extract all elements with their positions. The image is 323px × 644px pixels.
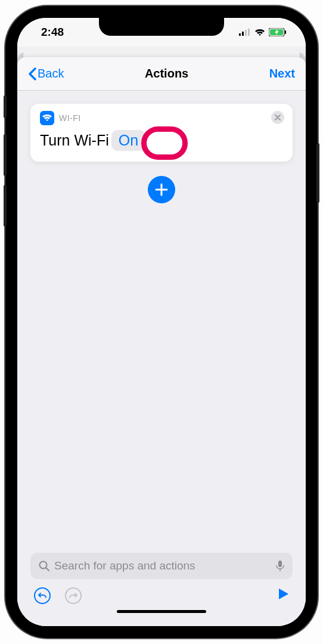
wifi-icon (40, 111, 54, 125)
wifi-state-parameter[interactable]: On (111, 130, 145, 151)
battery-icon (269, 28, 287, 36)
status-icons (239, 28, 287, 36)
content-area: WI-FI Turn Wi-Fi On (17, 91, 306, 553)
nav-bar: Back Actions Next (17, 57, 306, 91)
search-placeholder: Search for apps and actions (54, 559, 271, 572)
side-power-button (316, 143, 319, 203)
modal-backdrop: Back Actions Next WI-FI (17, 52, 306, 626)
search-input[interactable]: Search for apps and actions (30, 553, 293, 579)
wifi-action-card[interactable]: WI-FI Turn Wi-Fi On (30, 104, 293, 162)
close-icon (275, 114, 281, 120)
screen: 2:48 Back Actions (17, 18, 306, 626)
run-button[interactable] (278, 588, 289, 603)
undo-icon (38, 592, 46, 600)
microphone-icon[interactable] (276, 560, 284, 572)
side-silence-switch (4, 95, 7, 118)
actions-sheet: Back Actions Next WI-FI (17, 57, 306, 626)
add-action-button[interactable] (148, 176, 175, 203)
side-volume-down (4, 185, 7, 227)
wifi-status-icon (254, 29, 265, 36)
action-text: Turn Wi-Fi On (40, 130, 283, 151)
svg-rect-0 (239, 33, 241, 36)
svg-line-8 (46, 568, 49, 571)
status-time: 2:48 (41, 26, 64, 39)
bottom-area: Search for apps and actions (17, 553, 306, 626)
back-button[interactable]: Back (28, 67, 64, 80)
remove-action-button[interactable] (271, 111, 284, 124)
plus-icon (155, 183, 168, 196)
svg-rect-2 (245, 30, 247, 36)
svg-rect-3 (248, 29, 250, 36)
search-icon (39, 561, 49, 571)
undo-button[interactable] (34, 587, 51, 604)
svg-rect-1 (242, 32, 244, 36)
home-indicator[interactable] (117, 610, 206, 613)
notch (99, 18, 224, 36)
side-volume-up (4, 134, 7, 176)
redo-icon (69, 592, 77, 600)
phone-frame: 2:48 Back Actions (5, 6, 318, 638)
action-category-label: WI-FI (59, 113, 81, 123)
play-icon (278, 588, 289, 600)
chevron-left-icon (28, 67, 36, 80)
page-title: Actions (145, 67, 188, 80)
svg-rect-9 (278, 561, 282, 567)
action-prefix: Turn Wi-Fi (40, 132, 109, 149)
toolbar (30, 579, 293, 604)
next-button[interactable]: Next (269, 67, 295, 80)
redo-button (65, 587, 82, 604)
svg-rect-6 (285, 30, 286, 34)
cellular-icon (239, 29, 251, 36)
back-label: Back (38, 67, 64, 80)
